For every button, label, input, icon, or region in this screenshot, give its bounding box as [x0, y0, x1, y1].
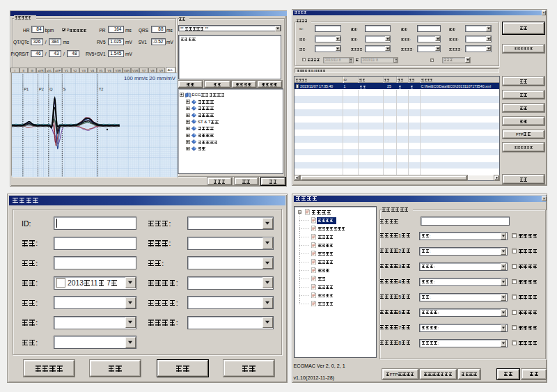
- svg-text:S: S: [63, 87, 65, 91]
- svg-text:P2: P2: [39, 87, 44, 91]
- svg-text:Q: Q: [49, 87, 53, 91]
- svg-text:P1: P1: [24, 87, 29, 91]
- svg-text:100 mm/s 20 mm/mV: 100 mm/s 20 mm/mV: [123, 75, 175, 81]
- svg-text:T2: T2: [99, 87, 103, 91]
